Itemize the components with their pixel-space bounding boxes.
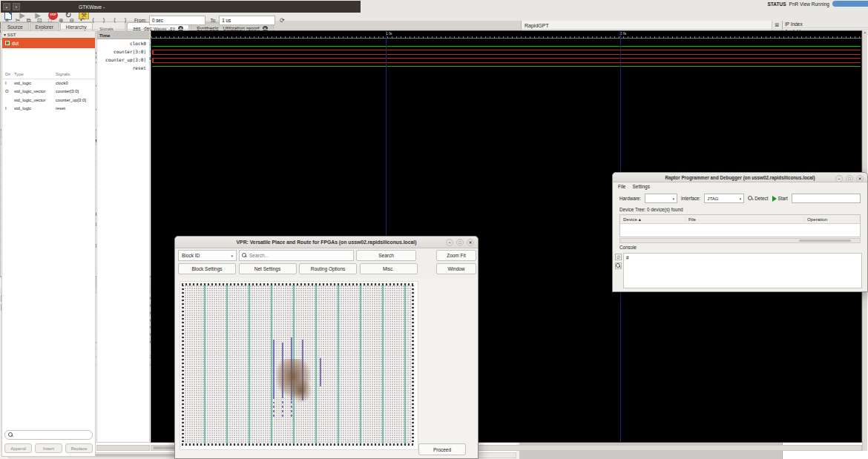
hardware-select[interactable]: [645, 194, 677, 203]
search-icon[interactable]: [615, 262, 622, 269]
signal-name: clock0: [56, 79, 95, 87]
col-file[interactable]: File: [685, 217, 804, 222]
routed-net: [273, 402, 274, 417]
menu-icon[interactable]: ≡: [3, 16, 11, 25]
maximize-icon[interactable]: □: [846, 175, 853, 182]
close-icon[interactable]: ✕: [467, 239, 474, 246]
sst-item-label: dut: [12, 41, 19, 46]
vpr-canvas[interactable]: Proceed: [175, 278, 478, 458]
gtkwave-tool-icons: ≡✂⧉⊡□⊕⊖↶⟨⟩⟨⟩: [3, 16, 130, 25]
append-button[interactable]: Append: [4, 443, 32, 453]
detect-button[interactable]: Detect: [748, 196, 768, 201]
signal-name[interactable]: counter_up[3:0]: [97, 56, 149, 64]
clear-console-icon[interactable]: ∅: [615, 254, 622, 260]
device-table: Device ▴ File Operation: [619, 214, 861, 237]
vpr-search-box[interactable]: [239, 250, 354, 261]
interface-select[interactable]: JTAG: [704, 194, 744, 203]
misc-button[interactable]: Misc.: [360, 263, 418, 274]
signal-name: counter[3:0]: [56, 87, 95, 96]
close-icon[interactable]: ✕: [856, 175, 864, 182]
signal-table-row[interactable]: Istd_logicclock0: [2, 79, 95, 87]
sort-icon: ▴: [639, 217, 641, 222]
sst-panel: ▾ SST dut Dir Type Signals Istd_logicclo…: [1, 30, 96, 457]
signal-name-list: clock0counter[3:0]counter_up[3:0]reset: [97, 39, 149, 72]
col-device[interactable]: Device ▴: [620, 217, 685, 222]
signal-name[interactable]: counter[3:0]: [97, 47, 149, 56]
wave-trace-reset: [152, 66, 861, 67]
programmer-titlebar[interactable]: Raptor Programmer and Debugger (on ussw0…: [613, 173, 867, 182]
paste-icon[interactable]: ⊡: [36, 16, 44, 25]
start-button[interactable]: Start: [772, 196, 788, 202]
signal-dir: I: [2, 79, 14, 87]
signal-type: std_logic_vector: [14, 96, 56, 105]
reload-icon[interactable]: ⟳: [278, 16, 286, 25]
bitstream-field[interactable]: [792, 194, 861, 203]
titlebar-button[interactable]: ▴: [3, 3, 10, 10]
block-settings-button[interactable]: Block Settings: [178, 263, 236, 274]
col-operation[interactable]: Operation: [804, 217, 860, 222]
signal-type: std_logic: [14, 79, 56, 87]
shift-left-icon[interactable]: ⟨: [89, 16, 97, 25]
signal-name: reset: [56, 105, 95, 113]
time-ruler: 1 fs2 fs: [151, 31, 861, 39]
signal-table-row[interactable]: std_logic_vectorcounter_up[3:0]: [2, 96, 95, 105]
net-settings-button[interactable]: Net Settings: [239, 263, 297, 274]
programmer-console[interactable]: #: [623, 253, 862, 288]
sst-label: ▾ SST: [2, 31, 95, 38]
signals-hscrollbar[interactable]: [96, 445, 150, 451]
signal-search-box[interactable]: [4, 430, 93, 440]
cut-icon[interactable]: ✂: [14, 16, 22, 25]
to-input[interactable]: [219, 16, 275, 25]
programmer-window: Raptor Programmer and Debugger (on ussw0…: [612, 172, 868, 292]
zoom-full-icon[interactable]: □: [46, 16, 54, 25]
device-table-hscrollbar[interactable]: [619, 238, 861, 243]
signal-name[interactable]: clock0: [97, 39, 149, 47]
menu-settings[interactable]: Settings: [632, 184, 650, 189]
search-button[interactable]: Search: [356, 250, 416, 261]
vpr-search-input[interactable]: [249, 253, 338, 258]
shift-right-icon[interactable]: ⟩: [100, 16, 108, 25]
signal-table-row[interactable]: Istd_logicreset: [2, 105, 95, 113]
status-label: STATUS: [768, 1, 786, 7]
zoom-in-icon[interactable]: ⊕: [57, 16, 65, 25]
titlebar-button[interactable]: ▾: [13, 3, 20, 10]
minimize-icon[interactable]: –: [835, 175, 843, 182]
undo-icon[interactable]: ↶: [79, 16, 87, 25]
programmer-menubar: FileSettings: [613, 182, 867, 191]
hardware-label: Hardware:: [619, 196, 641, 201]
gtkwave-window: ▴▾ GTKWave - ≡✂⧉⊡□⊕⊖↶⟨⟩⟨⟩ From: To: ⟳ ▾ …: [0, 0, 361, 177]
from-label: From:: [134, 18, 146, 23]
wave-trace-counter-up-3-0: [152, 58, 861, 59]
zoom-out-icon[interactable]: ⊖: [68, 16, 76, 25]
device-table-header: Device ▴ File Operation: [620, 215, 860, 224]
proceed-button[interactable]: Proceed: [418, 443, 466, 455]
minimize-icon[interactable]: –: [446, 239, 453, 246]
copy-icon[interactable]: ⧉: [24, 16, 33, 25]
signal-name[interactable]: reset: [97, 64, 149, 72]
wave-trace-counter-up-3-0: [152, 62, 861, 63]
routing-options-button[interactable]: Routing Options: [299, 263, 357, 274]
ruler-label: 1 fs: [386, 31, 392, 36]
page-left-icon[interactable]: ⟨: [111, 16, 119, 25]
raptor-design-suite: FileProjectRunViewHelp STATUS PnR View R…: [0, 0, 868, 459]
signal-table-row[interactable]: Ostd_logic_vectorcounter[3:0]: [2, 87, 95, 96]
from-input[interactable]: [149, 16, 206, 25]
gtkwave-title: GTKWave -: [79, 4, 105, 10]
signal-table-rows: Istd_logicclock0Ostd_logic_vectorcounter…: [2, 79, 95, 113]
wave-trace-clock0: [152, 46, 861, 47]
time-header: Time: [97, 31, 149, 39]
window-button[interactable]: Window: [436, 263, 476, 274]
routed-net: [320, 358, 321, 386]
page-right-icon[interactable]: ⟩: [122, 16, 130, 25]
replace-button[interactable]: Replace: [65, 443, 93, 453]
zoom-fit-button[interactable]: Zoom Fit: [436, 250, 476, 261]
signal-name: counter_up[3:0]: [56, 96, 95, 105]
gtkwave-titlebar[interactable]: ▴▾ GTKWave -: [1, 1, 361, 13]
insert-button[interactable]: Insert: [35, 443, 62, 453]
sst-tree-item-dut[interactable]: dut: [2, 38, 95, 48]
block-id-select[interactable]: Block ID: [178, 250, 237, 261]
vpr-titlebar[interactable]: VPR: Versatile Place and Route for FPGAs…: [175, 237, 478, 248]
start-icon: [772, 196, 777, 202]
maximize-icon[interactable]: □: [456, 239, 464, 246]
menu-file[interactable]: File: [618, 184, 625, 189]
